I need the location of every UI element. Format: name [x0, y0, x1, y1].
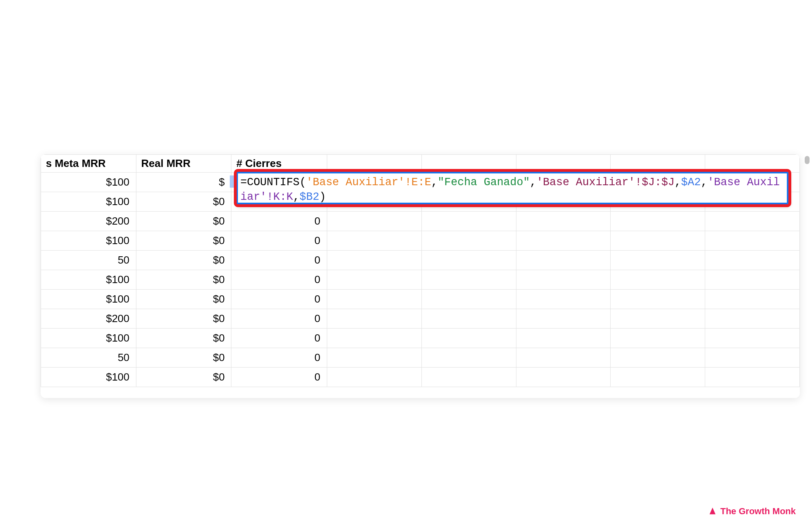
- cell-real[interactable]: $: [136, 173, 231, 192]
- formula-comma: ,: [530, 176, 536, 188]
- cell-empty[interactable]: [611, 348, 705, 368]
- header-meta-mrr[interactable]: s Meta MRR: [41, 155, 136, 173]
- brand-footer: The Growth Monk: [708, 506, 796, 517]
- formula-range-ref: 'Base Auxiliar'!E:E: [306, 176, 431, 188]
- cell-real[interactable]: $0: [136, 368, 231, 387]
- formula-comma: ,: [674, 176, 681, 188]
- header-empty-1[interactable]: [327, 155, 421, 173]
- cell-empty[interactable]: [611, 290, 705, 309]
- cell-empty[interactable]: [421, 251, 516, 270]
- cell-empty[interactable]: [421, 290, 516, 309]
- cell-cierres[interactable]: 0: [231, 231, 327, 251]
- cell-empty[interactable]: [705, 270, 800, 290]
- vertical-scrollbar[interactable]: [805, 156, 810, 164]
- header-cierres[interactable]: # Cierres: [231, 155, 327, 173]
- cell-empty[interactable]: [327, 212, 421, 231]
- cell-empty[interactable]: [705, 309, 800, 329]
- cell-empty[interactable]: [327, 348, 421, 368]
- cell-real[interactable]: $0: [136, 290, 231, 309]
- formula-comma: ,: [431, 176, 438, 188]
- cell-empty[interactable]: [705, 348, 800, 368]
- header-empty-4[interactable]: [611, 155, 705, 173]
- cell-meta[interactable]: $100: [41, 290, 136, 309]
- cell-real[interactable]: $0: [136, 270, 231, 290]
- formula-editor[interactable]: =COUNTIFS('Base Auxiliar'!E:E,"Fecha Gan…: [236, 172, 788, 204]
- brand-name: The Growth Monk: [720, 506, 796, 517]
- table-row: $200 $0 0: [41, 212, 800, 231]
- cell-empty[interactable]: [421, 348, 516, 368]
- cell-empty[interactable]: [705, 329, 800, 348]
- table-row: $200 $0 0: [41, 309, 800, 329]
- cell-empty[interactable]: [705, 212, 800, 231]
- cell-real[interactable]: $0: [136, 192, 231, 212]
- cell-empty[interactable]: [516, 290, 611, 309]
- cell-meta[interactable]: $200: [41, 309, 136, 329]
- cell-empty[interactable]: [327, 290, 421, 309]
- cell-real[interactable]: $0: [136, 309, 231, 329]
- cell-empty[interactable]: [516, 348, 611, 368]
- formula-function-name: COUNTIFS: [247, 176, 300, 188]
- cell-cierres[interactable]: 0: [231, 212, 327, 231]
- cell-empty[interactable]: [516, 309, 611, 329]
- cell-empty[interactable]: [327, 368, 421, 387]
- cell-real[interactable]: $0: [136, 231, 231, 251]
- cell-empty[interactable]: [516, 251, 611, 270]
- header-empty-2[interactable]: [421, 155, 516, 173]
- cell-meta[interactable]: $100: [41, 192, 136, 212]
- cell-empty[interactable]: [705, 290, 800, 309]
- cell-empty[interactable]: [327, 251, 421, 270]
- cell-cierres[interactable]: 0: [231, 309, 327, 329]
- header-empty-3[interactable]: [516, 155, 611, 173]
- cell-empty[interactable]: [421, 309, 516, 329]
- cell-cierres[interactable]: 0: [231, 290, 327, 309]
- cell-cierres[interactable]: 0: [231, 329, 327, 348]
- cell-empty[interactable]: [327, 270, 421, 290]
- header-row: s Meta MRR Real MRR # Cierres: [41, 155, 800, 173]
- cell-real[interactable]: $0: [136, 348, 231, 368]
- cell-empty[interactable]: [516, 231, 611, 251]
- cell-meta[interactable]: $200: [41, 212, 136, 231]
- cell-empty[interactable]: [421, 270, 516, 290]
- table-row: $100 $0 0: [41, 329, 800, 348]
- cell-real[interactable]: $0: [136, 251, 231, 270]
- cell-empty[interactable]: [611, 329, 705, 348]
- cell-meta[interactable]: $100: [41, 368, 136, 387]
- cell-cierres[interactable]: 0: [231, 270, 327, 290]
- cell-meta[interactable]: $100: [41, 329, 136, 348]
- cell-empty[interactable]: [421, 368, 516, 387]
- cell-meta[interactable]: $100: [41, 173, 136, 192]
- cell-empty[interactable]: [611, 270, 705, 290]
- cell-empty[interactable]: [516, 368, 611, 387]
- cell-cierres[interactable]: 0: [231, 251, 327, 270]
- cell-empty[interactable]: [516, 329, 611, 348]
- header-empty-5[interactable]: [705, 155, 800, 173]
- cell-meta[interactable]: $100: [41, 231, 136, 251]
- cell-empty[interactable]: [327, 231, 421, 251]
- brand-logo-icon: [708, 507, 717, 516]
- cell-empty[interactable]: [611, 368, 705, 387]
- cell-real[interactable]: $0: [136, 212, 231, 231]
- table-row: $100 $0 0: [41, 290, 800, 309]
- cell-meta[interactable]: 50: [41, 348, 136, 368]
- cell-real[interactable]: $0: [136, 329, 231, 348]
- cell-empty[interactable]: [421, 329, 516, 348]
- cell-empty[interactable]: [421, 212, 516, 231]
- cell-empty[interactable]: [516, 270, 611, 290]
- cell-empty[interactable]: [516, 212, 611, 231]
- cell-empty[interactable]: [327, 309, 421, 329]
- cell-meta[interactable]: 50: [41, 251, 136, 270]
- cell-cierres[interactable]: 0: [231, 368, 327, 387]
- cell-empty[interactable]: [611, 231, 705, 251]
- cell-empty[interactable]: [327, 329, 421, 348]
- formula-comma: ,: [701, 176, 707, 188]
- cell-empty[interactable]: [705, 231, 800, 251]
- cell-empty[interactable]: [705, 368, 800, 387]
- cell-empty[interactable]: [611, 309, 705, 329]
- cell-meta[interactable]: $100: [41, 270, 136, 290]
- header-real-mrr[interactable]: Real MRR: [136, 155, 231, 173]
- cell-empty[interactable]: [611, 212, 705, 231]
- cell-cierres[interactable]: 0: [231, 348, 327, 368]
- cell-empty[interactable]: [705, 251, 800, 270]
- cell-empty[interactable]: [611, 251, 705, 270]
- cell-empty[interactable]: [421, 231, 516, 251]
